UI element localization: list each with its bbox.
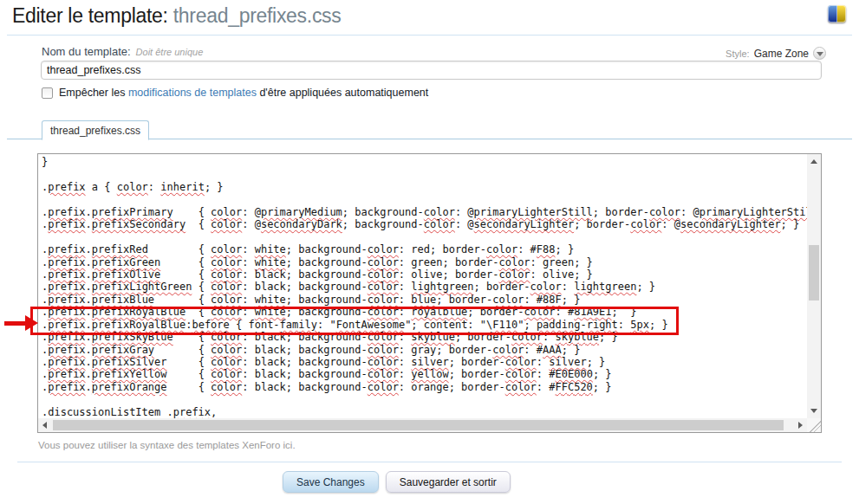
code-line: .discussionListItem .prefix, (42, 406, 807, 418)
prevent-modifications-row: Empêcher les modifications de templates … (42, 87, 428, 99)
code-line (42, 193, 807, 205)
code-line (42, 231, 807, 243)
scroll-right-arrow-icon[interactable] (798, 422, 803, 429)
checkbox-label-before: Empêcher les (59, 87, 128, 99)
annotation-arrow-icon (25, 315, 38, 331)
prevent-modifications-checkbox[interactable] (42, 87, 53, 99)
code-content: } .prefix a { color: inherit; } .prefix.… (42, 156, 807, 418)
page-title-prefix: Editer le template: (12, 4, 173, 27)
code-line (42, 393, 807, 405)
page-title: Editer le template: thread_prefixes.css (12, 4, 342, 28)
chevron-down-icon[interactable] (813, 47, 826, 60)
checkbox-label-after: d'être appliquées automatiquement (257, 87, 428, 99)
code-line: .prefix.prefixSecondary { color: @second… (42, 218, 807, 230)
code-line: } (42, 156, 807, 168)
style-selector-value: Game Zone (754, 48, 809, 60)
code-line: .prefix.prefixGray { color: black; backg… (42, 344, 807, 356)
save-changes-button[interactable]: Save Changes (283, 471, 379, 493)
style-color-swatch-icon (828, 5, 846, 23)
code-line (42, 168, 807, 180)
template-code-editor[interactable]: } .prefix a { color: inherit; } .prefix.… (37, 153, 822, 433)
scroll-up-arrow-icon[interactable] (810, 159, 817, 164)
header-divider (7, 35, 852, 36)
tab-thread-prefixes-css[interactable]: thread_prefixes.css (42, 120, 149, 140)
horizontal-scrollbar[interactable] (38, 418, 807, 432)
page-title-template-name: thread_prefixes.css (173, 4, 342, 27)
code-line: .prefix.prefixRed { color: white; backgr… (42, 243, 807, 255)
vertical-scrollbar-thumb[interactable] (809, 245, 819, 300)
annotation-highlight-box (30, 307, 679, 335)
code-line: .prefix.prefixGreen { color: white; back… (42, 256, 807, 268)
button-row: Save Changes Sauvegarder et sortir (283, 471, 511, 493)
code-line: .prefix.prefixYellow { color: black; bac… (42, 368, 807, 380)
template-modifications-link[interactable]: modifications de templates (128, 87, 257, 99)
horizontal-scrollbar-thumb[interactable] (53, 420, 784, 430)
template-name-label-text: Nom du template: (42, 45, 131, 58)
template-editor-page: Editer le template: thread_prefixes.css … (0, 0, 859, 504)
annotation-arrow-shaft (4, 321, 26, 326)
footer-divider (17, 462, 842, 462)
save-and-exit-button[interactable]: Sauvegarder et sortir (386, 471, 511, 493)
scroll-down-arrow-icon[interactable] (810, 409, 817, 413)
checkbox-label: Empêcher les modifications de templates … (59, 87, 428, 99)
scroll-left-arrow-icon[interactable] (42, 422, 47, 429)
syntax-hint-text: Vous pouvez utiliser la syntaxe des temp… (38, 440, 296, 450)
code-line: .prefix a { color: inherit; } (42, 181, 807, 193)
template-name-hint: Doit être unique (136, 47, 204, 57)
code-line: .prefix.prefixOrange { color: black; bac… (42, 381, 807, 393)
code-line: .prefix.prefixLightGreen { color: black;… (42, 281, 807, 293)
template-name-label: Nom du template:Doit être unique (42, 45, 203, 58)
code-line: .prefix.prefixSilver { color: black; bac… (42, 356, 807, 368)
template-name-input[interactable] (41, 61, 822, 80)
vertical-scrollbar[interactable] (807, 154, 821, 418)
code-line: .prefix.prefixOlive { color: black; back… (42, 268, 807, 281)
code-line: .prefix.prefixBlue { color: white; backg… (42, 294, 807, 306)
style-selector[interactable]: Style: Game Zone (726, 47, 826, 60)
code-line: .prefix.prefixPrimary { color: @primaryM… (42, 206, 807, 218)
resize-grip[interactable] (807, 418, 821, 432)
style-selector-label: Style: (726, 48, 750, 59)
